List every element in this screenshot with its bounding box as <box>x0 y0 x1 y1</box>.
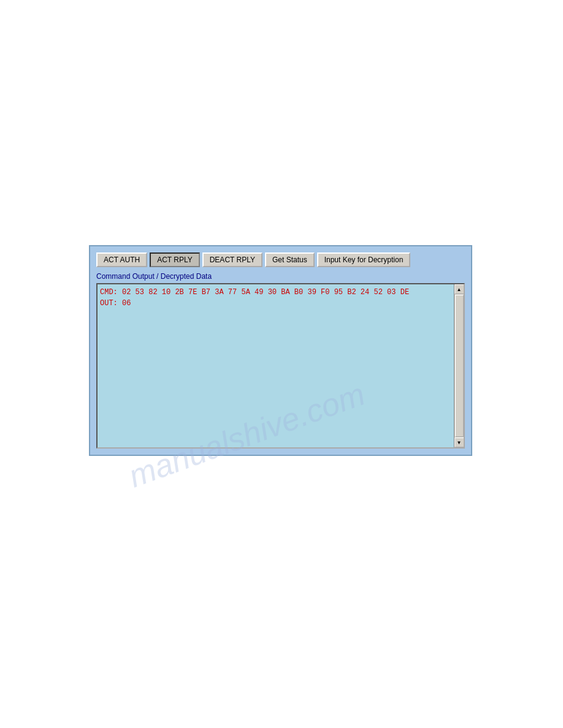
scrollbar-up-arrow[interactable]: ▲ <box>454 284 464 294</box>
output-area: CMD: 02 53 82 10 2B 7E B7 3A 77 5A 49 30… <box>96 283 465 449</box>
get-status-button[interactable]: Get Status <box>265 252 315 267</box>
output-line-1: CMD: 02 53 82 10 2B 7E B7 3A 77 5A 49 30… <box>100 287 461 298</box>
scrollbar-down-arrow[interactable]: ▼ <box>454 438 464 447</box>
toolbar: ACT AUTH ACT RPLY DEACT RPLY Get Status … <box>96 252 465 267</box>
scrollbar-track: ▲ ▼ <box>454 284 464 447</box>
act-rply-button[interactable]: ACT RPLY <box>150 252 200 267</box>
main-panel: ACT AUTH ACT RPLY DEACT RPLY Get Status … <box>89 245 472 456</box>
output-text-content: CMD: 02 53 82 10 2B 7E B7 3A 77 5A 49 30… <box>100 287 461 309</box>
deact-rply-button[interactable]: DEACT RPLY <box>202 252 262 267</box>
output-line-2: OUT: 06 <box>100 298 461 309</box>
scrollbar-thumb[interactable] <box>455 295 464 437</box>
output-section-label: Command Output / Decrypted Data <box>96 272 465 281</box>
input-key-decryption-button[interactable]: Input Key for Decryption <box>317 252 411 267</box>
act-auth-button[interactable]: ACT AUTH <box>96 252 147 267</box>
page-container: ACT AUTH ACT RPLY DEACT RPLY Get Status … <box>0 0 563 728</box>
